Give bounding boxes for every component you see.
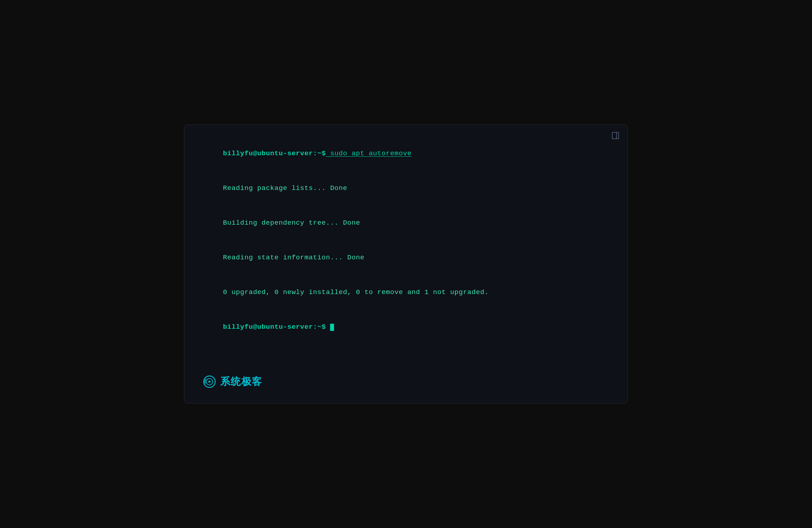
output-line-2: Building dependency tree... Done — [197, 206, 615, 240]
prompt-label: billyfu@ubuntu-server:~$ — [223, 150, 326, 157]
watermark-text: 系统极客 — [220, 375, 262, 388]
terminal-split-icon[interactable] — [611, 131, 620, 142]
watermark: 系统极客 — [202, 375, 262, 389]
output-line-1: Reading package lists... Done — [197, 171, 615, 206]
svg-point-4 — [208, 381, 211, 383]
terminal-content: billyfu@ubuntu-server:~$ sudo apt autore… — [197, 136, 615, 390]
terminal-window: billyfu@ubuntu-server:~$ sudo apt autore… — [184, 124, 628, 404]
svg-rect-0 — [612, 132, 619, 139]
output-line-3: Reading state information... Done — [197, 240, 615, 275]
command-line: billyfu@ubuntu-server:~$ sudo apt autore… — [197, 136, 615, 171]
output-line-4: 0 upgraded, 0 newly installed, 0 to remo… — [197, 275, 615, 310]
active-prompt-label: billyfu@ubuntu-server:~$ — [223, 323, 326, 331]
command-text: sudo apt autoremove — [326, 150, 411, 157]
active-prompt-line[interactable]: billyfu@ubuntu-server:~$ — [197, 309, 615, 344]
terminal-cursor — [330, 324, 334, 331]
watermark-icon — [202, 375, 217, 389]
